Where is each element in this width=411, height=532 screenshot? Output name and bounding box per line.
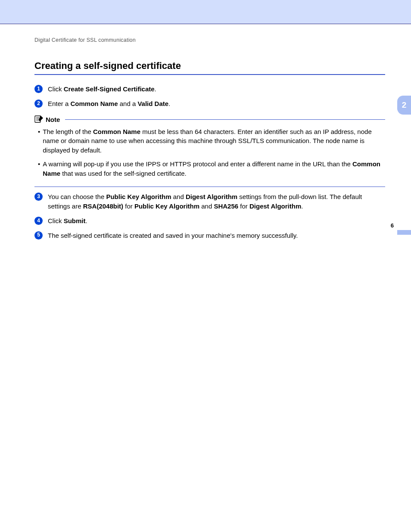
step-text: Click Submit. xyxy=(48,216,385,226)
bold-text: Common Name xyxy=(93,128,140,135)
page-content: Digital Certificate for SSL communicatio… xyxy=(0,37,411,240)
header-band xyxy=(0,0,411,24)
text: Click xyxy=(48,217,64,224)
text: Enter a xyxy=(48,100,71,107)
breadcrumb: Digital Certificate for SSL communicatio… xyxy=(34,37,385,43)
footer-band xyxy=(397,230,411,235)
text: . xyxy=(168,100,170,107)
text: The length of the xyxy=(43,128,93,135)
note-bullet-2: • A warning will pop-up if you use the I… xyxy=(34,159,385,178)
text: and xyxy=(171,193,186,200)
bold-text: SHA256 xyxy=(214,202,238,210)
text: . xyxy=(301,202,303,210)
note-label: Note xyxy=(46,116,60,123)
step-number-badge: 1 xyxy=(34,85,43,93)
text: for xyxy=(238,202,249,210)
step-text: Enter a Common Name and a Valid Date. xyxy=(48,99,385,109)
step-text: You can choose the Public Key Algorithm … xyxy=(48,192,385,211)
step-number-badge: 3 xyxy=(34,193,43,201)
page-number: 6 xyxy=(391,222,394,229)
bullet-dot-icon: • xyxy=(38,127,40,155)
note-rule xyxy=(65,119,385,120)
bold-text: Valid Date xyxy=(137,100,168,107)
bold-text: Common Name xyxy=(71,100,118,107)
bullet-dot-icon: • xyxy=(38,159,40,178)
note-text: A warning will pop-up if you use the IPP… xyxy=(43,159,385,178)
text: . xyxy=(155,85,156,93)
text: and a xyxy=(118,100,138,107)
text: You can choose the xyxy=(48,193,106,200)
step-text: The self-signed certificate is created a… xyxy=(48,231,385,240)
note-pencil-icon xyxy=(34,115,44,124)
step-2: 2 Enter a Common Name and a Valid Date. xyxy=(34,99,385,109)
note-block: Note • The length of the Common Name mus… xyxy=(34,115,385,187)
step-1: 1 Click Create Self-Signed Certificate. xyxy=(34,84,385,94)
bold-text: Digest Algorithm xyxy=(249,202,301,210)
step-number-badge: 4 xyxy=(34,217,43,225)
bold-text: Public Key Algorithm xyxy=(134,202,199,210)
note-header: Note xyxy=(34,115,385,124)
section-title: Creating a self-signed certificate xyxy=(34,60,385,75)
step-5: 5 The self-signed certificate is created… xyxy=(34,231,385,240)
step-number-badge: 5 xyxy=(34,231,43,240)
step-4: 4 Click Submit. xyxy=(34,216,385,226)
step-number-badge: 2 xyxy=(34,100,43,108)
note-bullet-1: • The length of the Common Name must be … xyxy=(34,127,385,155)
text: A warning will pop-up if you use the IPP… xyxy=(43,160,352,168)
text: for xyxy=(123,202,134,210)
step-3: 3 You can choose the Public Key Algorith… xyxy=(34,192,385,211)
step-text: Click Create Self-Signed Certificate. xyxy=(48,84,385,94)
bold-text: Digest Algorithm xyxy=(186,193,237,200)
bold-text: Public Key Algorithm xyxy=(106,193,171,200)
bold-text: Create Self-Signed Certificate xyxy=(64,85,155,93)
text: . xyxy=(86,217,87,224)
text: and xyxy=(199,202,214,210)
text: Click xyxy=(48,85,64,93)
chapter-tab: 2 xyxy=(397,96,411,115)
text: that was used for the self-signed certif… xyxy=(60,170,187,177)
steps-list: 1 Click Create Self-Signed Certificate. … xyxy=(34,84,385,240)
bold-text: RSA(2048bit) xyxy=(83,202,123,210)
bold-text: Submit xyxy=(64,217,86,224)
note-text: The length of the Common Name must be le… xyxy=(43,127,385,155)
